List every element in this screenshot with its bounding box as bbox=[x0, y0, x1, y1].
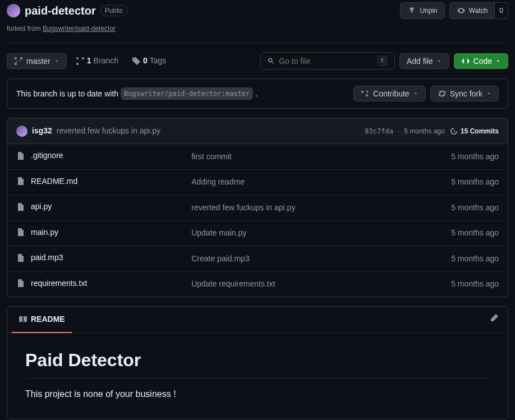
repo-title-group: paid-detector Public bbox=[7, 2, 127, 19]
watch-count[interactable]: 0 bbox=[495, 2, 508, 19]
branch-name: master bbox=[26, 57, 50, 66]
commit-author-avatar[interactable] bbox=[16, 126, 27, 137]
branch-icon bbox=[76, 57, 85, 66]
file-row: .gitignorefirst commit5 months ago bbox=[7, 144, 508, 169]
code-icon bbox=[461, 57, 470, 66]
history-icon bbox=[449, 127, 458, 136]
file-row: paid.mp3Create paid.mp35 months ago bbox=[7, 246, 508, 272]
file-icon bbox=[16, 253, 25, 262]
file-icon bbox=[16, 279, 25, 288]
book-icon bbox=[19, 315, 27, 324]
file-commit-message[interactable]: Update main.py bbox=[191, 228, 246, 237]
add-file-button[interactable]: Add file bbox=[399, 53, 449, 69]
status-actions: Contribute Sync fork bbox=[353, 86, 499, 101]
file-icon bbox=[16, 228, 25, 237]
contribute-button[interactable]: Contribute bbox=[353, 86, 426, 101]
file-link[interactable]: paid.mp3 bbox=[16, 252, 63, 264]
sync-label: Sync fork bbox=[450, 89, 482, 98]
commit-sha[interactable]: 83c7fda bbox=[365, 126, 393, 136]
file-name: README.md bbox=[31, 176, 77, 187]
tags-count: 0 bbox=[143, 55, 148, 67]
file-link[interactable]: .gitignore bbox=[16, 150, 63, 161]
file-name: paid.mp3 bbox=[31, 252, 63, 264]
file-link[interactable]: main.py bbox=[16, 227, 58, 238]
branch-status: This branch is up to date with Bugswrite… bbox=[7, 79, 508, 109]
tags-link[interactable]: 0 Tags bbox=[127, 52, 171, 70]
sync-fork-button[interactable]: Sync fork bbox=[430, 86, 499, 101]
tag-icon bbox=[132, 57, 141, 66]
readme-tab-label: README bbox=[31, 313, 65, 325]
file-link[interactable]: README.md bbox=[16, 176, 77, 187]
file-row: README.mdAdding readme5 months ago bbox=[7, 169, 508, 195]
eye-icon bbox=[457, 6, 466, 15]
owner-avatar[interactable] bbox=[7, 4, 20, 17]
forked-link[interactable]: Bugswriter/paid-detector bbox=[43, 25, 116, 33]
toolbar-right: t Add file Code bbox=[260, 52, 508, 70]
file-commit-message[interactable]: Create paid.mp3 bbox=[191, 254, 250, 263]
commit-time: 5 months ago bbox=[404, 126, 445, 136]
repo-actions: Unpin Watch 0 bbox=[400, 2, 508, 19]
readme-content: Paid Detector This project is none of yo… bbox=[7, 333, 508, 419]
search-kbd: t bbox=[377, 56, 388, 66]
chevron-down-icon bbox=[54, 58, 59, 64]
file-link[interactable]: api.py bbox=[16, 201, 52, 213]
repo-header: paid-detector Public Unpin Watch 0 bbox=[7, 0, 508, 21]
status-text: This branch is up to date with Bugswrite… bbox=[16, 87, 258, 100]
branches-label: Branch bbox=[94, 55, 118, 67]
file-icon bbox=[16, 177, 25, 186]
file-time: 5 months ago bbox=[408, 195, 508, 221]
branch-selector[interactable]: master bbox=[7, 53, 67, 69]
file-table: .gitignorefirst commit5 months agoREADME… bbox=[7, 144, 508, 297]
file-commit-message[interactable]: first commit bbox=[191, 152, 232, 161]
file-commit-message[interactable]: reverted few fuckups in api.py bbox=[191, 203, 295, 212]
commit-author[interactable]: isg32 bbox=[32, 125, 52, 137]
go-to-file[interactable]: t bbox=[260, 52, 395, 70]
file-search-input[interactable] bbox=[279, 57, 377, 66]
chevron-down-icon bbox=[436, 58, 442, 64]
commits-history-link[interactable]: 15 Commits bbox=[449, 126, 499, 136]
search-icon bbox=[268, 57, 274, 66]
readme-tabs: README bbox=[7, 307, 508, 333]
repo-toolbar: master 1 Branch 0 Tags t Add file bbox=[7, 52, 508, 70]
branches-count: 1 bbox=[87, 55, 91, 67]
upstream-ref[interactable]: Bugswriter/paid-detector:master bbox=[121, 87, 253, 100]
file-time: 5 months ago bbox=[408, 220, 508, 246]
tags-label: Tags bbox=[150, 55, 167, 67]
file-name: api.py bbox=[31, 201, 52, 213]
commit-message[interactable]: reverted few fuckups in api.py bbox=[57, 125, 160, 137]
commit-info: isg32 reverted few fuckups in api.py bbox=[16, 125, 160, 137]
readme-tab[interactable]: README bbox=[12, 307, 72, 333]
visibility-badge: Public bbox=[100, 5, 128, 16]
watch-label: Watch bbox=[469, 7, 488, 15]
readme-title: Paid Detector bbox=[25, 347, 490, 379]
watch-button[interactable]: Watch bbox=[449, 2, 495, 19]
commit-meta: 83c7fda · 5 months ago 15 Commits bbox=[365, 126, 499, 136]
code-button[interactable]: Code bbox=[454, 53, 508, 69]
branches-link[interactable]: 1 Branch bbox=[71, 52, 123, 70]
readme-paragraph: This project is none of your business ! bbox=[25, 387, 490, 401]
watch-group: Watch 0 bbox=[449, 2, 508, 19]
forked-prefix: forked from bbox=[7, 25, 43, 33]
file-commit-message[interactable]: Update requirements.txt bbox=[191, 279, 275, 288]
code-label: Code bbox=[473, 57, 492, 66]
file-time: 5 months ago bbox=[408, 144, 508, 169]
status-suffix: . bbox=[255, 88, 258, 100]
unpin-button[interactable]: Unpin bbox=[400, 2, 444, 19]
file-row: api.pyreverted few fuckups in api.py5 mo… bbox=[7, 195, 508, 221]
repo-name[interactable]: paid-detector bbox=[25, 2, 96, 19]
contribute-label: Contribute bbox=[373, 89, 410, 98]
add-file-label: Add file bbox=[407, 57, 433, 66]
file-link[interactable]: requirements.txt bbox=[16, 278, 87, 289]
file-icon bbox=[16, 202, 25, 211]
file-icon bbox=[16, 151, 25, 160]
commit-separator: · bbox=[398, 126, 399, 136]
pull-request-icon bbox=[361, 89, 370, 98]
commits-count: 15 Commits bbox=[461, 126, 499, 136]
edit-readme-button[interactable] bbox=[485, 309, 503, 330]
chevron-down-icon bbox=[486, 91, 491, 96]
file-listing: isg32 reverted few fuckups in api.py 83c… bbox=[7, 118, 508, 297]
file-commit-message[interactable]: Adding readme bbox=[191, 177, 245, 186]
file-row: main.pyUpdate main.py5 months ago bbox=[7, 220, 508, 246]
file-time: 5 months ago bbox=[408, 246, 508, 272]
status-prefix: This branch is up to date with bbox=[16, 88, 118, 100]
